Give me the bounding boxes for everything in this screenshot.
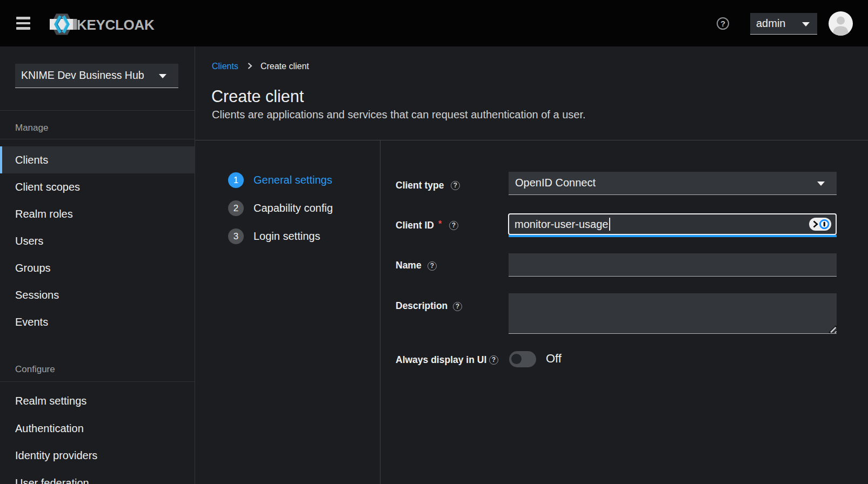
svg-text:KEYCLOAK: KEYCLOAK [77, 17, 155, 33]
